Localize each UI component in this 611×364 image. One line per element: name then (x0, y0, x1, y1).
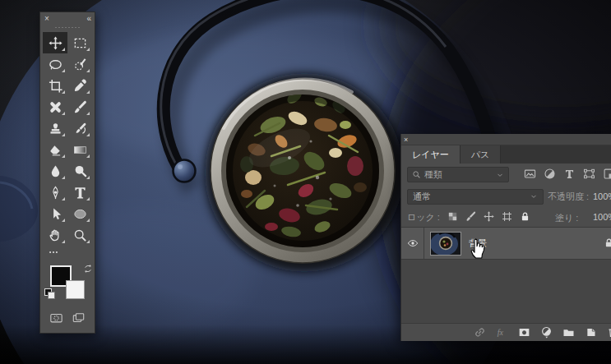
filter-adjust-icon (544, 168, 556, 180)
lock-all-icon (520, 211, 530, 222)
opacity-value[interactable]: 100% (593, 191, 611, 201)
flyout-triangle (86, 197, 90, 200)
layer-lock-icon (604, 237, 611, 248)
layer-row[interactable]: 背景 (401, 228, 611, 260)
tool-crop[interactable] (43, 75, 67, 96)
tool-hand[interactable] (43, 224, 67, 246)
tool-quick-select[interactable] (67, 53, 92, 75)
lock-transparent-button[interactable] (447, 211, 458, 223)
lock-transparent-icon (447, 211, 458, 222)
lock-move-button[interactable] (484, 211, 494, 223)
flyout-triangle (62, 133, 65, 136)
swap-colors-icon[interactable] (83, 264, 93, 274)
tool-history-brush[interactable] (67, 117, 92, 139)
adjustment-button[interactable] (540, 326, 553, 340)
group-button[interactable] (562, 326, 575, 340)
link-button[interactable] (474, 326, 486, 340)
tool-eraser[interactable] (43, 139, 67, 160)
lock-row: ロック : 塗り : 100% (401, 207, 611, 227)
tool-marquee[interactable] (67, 32, 92, 53)
tool-ellipse[interactable] (67, 203, 92, 224)
flyout-triangle (86, 176, 90, 179)
tool-dodge[interactable] (67, 160, 92, 182)
lock-all-button[interactable] (520, 211, 530, 223)
fx-button[interactable]: fx (496, 326, 508, 340)
tool-gradient[interactable] (67, 139, 92, 160)
healing-icon (49, 100, 62, 114)
layer-thumbnail (430, 232, 461, 256)
lock-paint-button[interactable] (465, 211, 476, 223)
svg-text:fx: fx (498, 328, 504, 337)
edit-toolbar-button[interactable] (40, 246, 95, 259)
search-icon (412, 170, 421, 179)
quick-select-icon (73, 58, 87, 71)
blend-mode-dropdown[interactable]: 通常 (407, 189, 544, 205)
fx-icon: fx (496, 326, 508, 339)
layers-bottom-bar: fx (401, 323, 611, 342)
toolbar-tools (40, 32, 95, 246)
tool-healing[interactable] (43, 96, 67, 117)
toolbar-header: × « (40, 12, 95, 24)
filter-pixel-icon (524, 168, 536, 180)
tool-type[interactable] (67, 182, 92, 203)
flyout-triangle (62, 176, 65, 179)
adjustment-icon (540, 326, 553, 339)
filter-type-icon (563, 168, 576, 180)
color-swatches (40, 264, 95, 306)
flyout-triangle (86, 133, 90, 136)
default-background-swatch (48, 292, 55, 299)
lock-all-icon (604, 237, 611, 248)
flyout-triangle (62, 90, 65, 94)
tool-path-select[interactable] (43, 203, 67, 224)
tab-paths[interactable]: パス (461, 145, 502, 164)
flyout-triangle (62, 48, 65, 51)
tool-brush[interactable] (67, 96, 92, 117)
eraser-icon (49, 143, 62, 157)
filter-pixel-button[interactable] (524, 168, 536, 182)
trash-button[interactable] (607, 326, 611, 340)
flyout-triangle (86, 69, 90, 72)
tool-eyedropper[interactable] (67, 75, 92, 96)
tool-pen[interactable] (43, 182, 67, 203)
lock-artboard-button[interactable] (502, 211, 512, 223)
tool-zoom[interactable] (67, 224, 92, 246)
marquee-icon (73, 36, 87, 50)
brush-icon (73, 100, 87, 114)
new-layer-button[interactable] (585, 326, 597, 340)
background-color-swatch[interactable] (66, 280, 85, 299)
filter-shape-button[interactable] (583, 168, 595, 182)
toolbar-collapse-button[interactable]: « (86, 15, 90, 23)
flyout-triangle (62, 69, 65, 72)
dodge-icon (73, 164, 87, 178)
lasso-icon (49, 58, 62, 71)
flyout-triangle (86, 154, 90, 158)
opacity-label: 不透明度 : (548, 191, 589, 203)
mask-button[interactable] (518, 326, 530, 340)
tool-move[interactable] (43, 32, 67, 53)
default-colors-button[interactable] (44, 288, 57, 301)
visibility-toggle[interactable] (401, 228, 424, 259)
layers-panel-header: × (401, 134, 611, 145)
tool-blur[interactable] (43, 160, 67, 182)
filter-smart-button[interactable] (603, 168, 611, 182)
lock-artboard-icon (502, 211, 512, 222)
layers-panel-close-button[interactable]: × (404, 136, 408, 144)
fill-value[interactable]: 100% (593, 212, 611, 222)
tool-lasso[interactable] (43, 53, 67, 75)
toolbar-close-button[interactable]: × (44, 15, 49, 23)
chevron-down-icon (530, 192, 538, 200)
path-select-icon (49, 207, 62, 221)
tool-clone-stamp[interactable] (43, 117, 67, 139)
toolbar-grip-handle[interactable] (54, 25, 81, 29)
layers-panel-tabs: レイヤーパス (401, 145, 611, 164)
filter-type-button[interactable] (563, 168, 576, 182)
quick-mask-button[interactable] (49, 311, 64, 325)
screen-mode-button[interactable] (71, 311, 86, 325)
filter-adjust-button[interactable] (544, 168, 556, 182)
chevron-down-icon (496, 171, 504, 179)
group-icon (562, 326, 575, 339)
tab-layers[interactable]: レイヤー (401, 145, 461, 164)
crop-icon (49, 79, 62, 93)
flyout-triangle (86, 240, 90, 243)
layer-filter-kind-dropdown[interactable]: 種類 (407, 167, 509, 182)
